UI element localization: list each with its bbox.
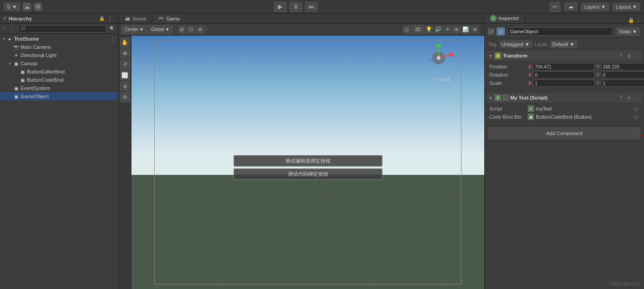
rotation-x-field: X [528, 71, 595, 79]
position-y-field: Y [596, 63, 644, 70]
toolbar-group-grid: ⊞ ⊡ ⊛ [178, 26, 207, 34]
hidden-btn[interactable]: 👁 [452, 26, 461, 34]
hierarchy-item-main-camera[interactable]: 📷 Main Camera [0, 43, 118, 51]
tab-scene[interactable]: 🏔 Scene [119, 14, 152, 23]
hierarchy-item-gameobject[interactable]: ▣ GameObject [0, 92, 118, 100]
static-button[interactable]: Static ▼ [616, 27, 640, 36]
test-editor-btn[interactable]: 测试编辑器绑定按钮 [233, 155, 382, 166]
account-button[interactable]: S ▼ [4, 3, 20, 11]
tool-transform[interactable]: ⚙ [120, 92, 130, 102]
hierarchy-item-directional-light[interactable]: ☀ Directional Light [0, 51, 118, 59]
go-name-input[interactable] [508, 27, 613, 36]
scene-toolbar: Center ▼ Global ▼ ⊞ ⊡ ⊛ ◎ 2D 💡 🔊 ✦ [119, 24, 484, 36]
cloud-button[interactable]: ☁ [23, 3, 31, 11]
hierarchy-more-icon[interactable]: ⋮ [106, 15, 114, 22]
hierarchy-item-button-editor-bind[interactable]: ▣ ButtonEditorBind [0, 68, 118, 76]
gizmos-btn[interactable]: ⊕ [471, 26, 479, 34]
layers-label: Layers [584, 4, 599, 10]
top-bar: S ▼ ☁ ⚙ ▶ ⏸ ⏭ ↩ ☁ Layers ▼ Layout ▼ [0, 0, 644, 14]
inspector-more-icon[interactable]: ⋮ [636, 17, 641, 23]
tag-select[interactable]: Untagged ▼ [499, 41, 532, 48]
tag-label: Tag [488, 42, 497, 47]
gizmo-btn[interactable]: ⊛ [196, 26, 204, 34]
layers-dropdown[interactable]: Layers ▼ [581, 3, 609, 11]
tab-game[interactable]: 🎮 Game [152, 14, 186, 23]
render-mode-btn[interactable]: ◎ [403, 26, 411, 34]
hierarchy-item-testscene[interactable]: ▼ ● TestScene ⋮ [0, 35, 118, 43]
tool-rect[interactable]: ⊕ [120, 81, 130, 91]
game-buttons: 测试编辑器绑定按钮 测试代码绑定按钮 [233, 155, 382, 179]
code-bind-icon: ◉ [528, 114, 534, 120]
tool-hand[interactable]: ✋ [120, 37, 130, 47]
hierarchy-search-btn[interactable]: 🔍 [108, 26, 116, 32]
script-target-btn[interactable]: ◎ [633, 105, 639, 112]
collab-button[interactable]: ☁ [564, 2, 577, 11]
go-active-checkbox[interactable]: ✓ [488, 29, 494, 34]
layer-select[interactable]: Default ▼ [550, 41, 577, 48]
my-test-header[interactable]: ▼ # ✓ My Test (Script) ? ⚙ ⋮ [487, 93, 642, 103]
hierarchy-item-canvas[interactable]: ▼ ▣ Canvas [0, 59, 118, 68]
inspector-lock-icon[interactable]: 🔒 [628, 17, 634, 23]
hierarchy-item-event-system[interactable]: ▣ EventSystem [0, 84, 118, 92]
code-bind-target-btn[interactable]: ◎ [633, 114, 639, 120]
tool-move[interactable]: ✥ [120, 48, 130, 58]
back-button[interactable]: ← Back [432, 77, 450, 82]
stats-btn[interactable]: 📊 [461, 26, 470, 34]
global-dropdown[interactable]: Global ▼ [148, 25, 173, 34]
inspector-tab-inspector[interactable]: i Inspector [485, 14, 525, 23]
transform-settings-btn[interactable]: ⚙ [626, 53, 632, 59]
position-y-input[interactable] [601, 63, 644, 70]
tag-layer-row: Tag Untagged ▼ Layer Default ▼ [487, 40, 642, 49]
step-button[interactable]: ⏭ [305, 2, 318, 12]
rotation-x-input[interactable] [533, 71, 595, 79]
tool-rotate[interactable]: ↺ [120, 59, 130, 69]
layout-dropdown[interactable]: Layout ▼ [613, 3, 640, 11]
my-test-more-btn[interactable]: ⋮ [634, 95, 640, 101]
snap-btn[interactable]: ⊡ [187, 26, 195, 34]
hierarchy-add-btn[interactable]: + [2, 26, 7, 32]
tab-scene-label: Scene [132, 16, 147, 21]
script-row: Script # myTest ◎ [488, 105, 640, 113]
play-button[interactable]: ▶ [274, 2, 287, 12]
my-test-help-btn[interactable]: ? [618, 95, 624, 101]
global-label: Global [151, 27, 164, 32]
code-bind-row: Code Bind Btn ◉ ButtonCodeBind (Button) … [488, 113, 640, 121]
my-test-collapse-arrow: ▼ [488, 95, 493, 100]
settings-button[interactable]: ⚙ [34, 3, 42, 11]
lighting-btn[interactable]: 💡 [425, 26, 433, 34]
hierarchy-label-directional-light: Directional Light [21, 53, 57, 58]
effects-btn[interactable]: ✦ [443, 26, 451, 34]
add-component-button[interactable]: Add Component [488, 127, 640, 139]
transform-header[interactable]: ▼ ⊕ Transform ? ⚙ ⋮ [487, 51, 642, 61]
hierarchy-panel-icon: ☰ [3, 16, 7, 21]
undo-button[interactable]: ↩ [550, 2, 560, 12]
hierarchy-lock-icon[interactable]: 🔒 [99, 16, 105, 21]
center-dropdown[interactable]: Center ▼ [121, 25, 147, 34]
hierarchy-search[interactable] [18, 25, 106, 32]
my-test-settings-btn[interactable]: ⚙ [626, 95, 632, 101]
rotation-y-input[interactable] [601, 71, 644, 79]
test-code-btn[interactable]: 测试代码绑定按钮 [233, 168, 382, 179]
audio-btn[interactable]: 🔊 [434, 26, 442, 34]
hierarchy-item-button-code-bind[interactable]: ▣ ButtonCodeBind [0, 76, 118, 84]
transform-help-btn[interactable]: ? [618, 53, 624, 59]
hierarchy-label-btn-code: ButtonCodeBind [27, 77, 63, 83]
scale-x-input[interactable] [533, 79, 595, 87]
hierarchy-label-gameobject: GameObject [21, 94, 49, 99]
transform-more-btn[interactable]: ⋮ [634, 53, 640, 59]
scale-y-input[interactable] [601, 79, 644, 87]
tag-value: Untagged [502, 42, 524, 47]
position-x-input[interactable] [533, 63, 595, 70]
svg-text:X: X [450, 53, 453, 57]
go-cube-icon: ⬡ [497, 27, 505, 36]
scale-row: Scale X Y Z [488, 79, 640, 87]
hierarchy-back-btn[interactable]: ← [9, 26, 16, 32]
my-test-checkbox[interactable]: ✓ [503, 95, 508, 100]
code-bind-label: Code Bind Btn [489, 114, 526, 120]
2d-btn[interactable]: 2D [412, 25, 424, 34]
grid-toggle-btn[interactable]: ⊞ [178, 26, 186, 34]
hierarchy-more-testscene[interactable]: ⋮ [109, 35, 116, 42]
top-bar-right: ↩ ☁ Layers ▼ Layout ▼ [550, 2, 640, 12]
tool-scale[interactable]: ⬜ [120, 70, 130, 80]
pause-button[interactable]: ⏸ [289, 2, 302, 12]
